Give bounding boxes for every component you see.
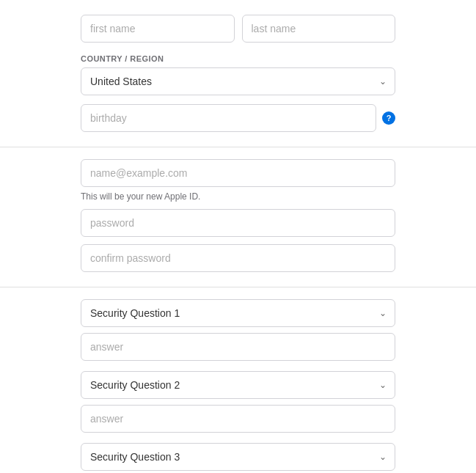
email-helper-text: This will be your new Apple ID. bbox=[81, 191, 395, 202]
password-input[interactable] bbox=[81, 209, 395, 237]
birthday-input-wrap bbox=[81, 104, 376, 132]
country-label: COUNTRY / REGION bbox=[81, 54, 395, 63]
security-question-2-wrapper: Security Question 2 What is your mother'… bbox=[81, 371, 395, 399]
account-info-section: This will be your new Apple ID. bbox=[0, 147, 476, 287]
security-questions-section: Security Question 1 What is your mother'… bbox=[0, 287, 476, 473]
answer-1-wrap bbox=[81, 333, 395, 361]
answer-1-input[interactable] bbox=[81, 333, 395, 361]
security-question-3-select[interactable]: Security Question 3 What is your mother'… bbox=[81, 443, 395, 471]
confirm-password-field-wrap bbox=[81, 244, 395, 272]
security-question-1-select[interactable]: Security Question 1 What is your mother'… bbox=[81, 299, 395, 327]
answer-2-input[interactable] bbox=[81, 405, 395, 433]
birthday-group: ? bbox=[81, 104, 395, 132]
password-field-wrap bbox=[81, 209, 395, 237]
country-select[interactable]: United States Canada United Kingdom Aust… bbox=[81, 67, 395, 95]
name-row bbox=[81, 15, 395, 43]
country-region-group: COUNTRY / REGION United States Canada Un… bbox=[81, 54, 395, 95]
security-question-1-wrapper: Security Question 1 What is your mother'… bbox=[81, 299, 395, 327]
personal-info-section: COUNTRY / REGION United States Canada Un… bbox=[0, 0, 476, 147]
email-input[interactable] bbox=[81, 159, 395, 187]
security-question-2-select[interactable]: Security Question 2 What is your mother'… bbox=[81, 371, 395, 399]
security-question-3-wrapper: Security Question 3 What is your mother'… bbox=[81, 443, 395, 471]
country-select-wrapper: United States Canada United Kingdom Aust… bbox=[81, 67, 395, 95]
page-wrapper: COUNTRY / REGION United States Canada Un… bbox=[0, 0, 476, 473]
last-name-input[interactable] bbox=[242, 15, 396, 43]
birthday-input[interactable] bbox=[81, 104, 376, 132]
confirm-password-input[interactable] bbox=[81, 244, 395, 272]
help-icon[interactable]: ? bbox=[382, 111, 395, 125]
first-name-input[interactable] bbox=[81, 15, 235, 43]
answer-2-wrap bbox=[81, 405, 395, 433]
